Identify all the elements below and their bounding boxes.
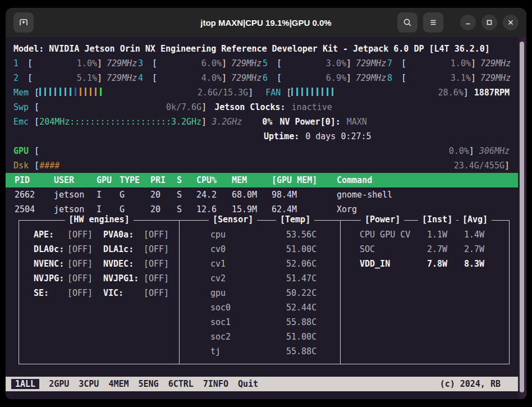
mem-bar [49,88,51,96]
menu-item-key: 3 [79,379,84,389]
titlebar[interactable]: jtop MAXN|CPU 19.1%|GPU 0.0% [6,8,526,37]
bracket: ] [469,146,474,156]
column-header: CPU% [196,175,232,185]
bracket: ] [346,73,351,83]
bracket: [ [401,73,406,83]
sensor-row: cv051.00C [180,242,340,257]
cpu-load: 6.0% [157,58,222,68]
menu-item-ctrl[interactable]: 6CTRL [168,379,194,389]
column-header: S [177,175,196,185]
fan-meter: 28.6% [291,88,463,98]
sensor-name: gpu [210,288,286,298]
engine-state: [OFF] [67,273,103,283]
mem-bar [80,88,81,96]
mem-bars [39,88,105,98]
new-tab-icon [19,17,29,28]
fan-bars [291,88,337,98]
power-rail-row: VDD_IN7.8W8.3W [341,257,509,271]
search-button[interactable] [397,12,418,33]
mem-bar [70,88,71,96]
sensor-name: soc2 [210,332,286,342]
scrollbar-track[interactable] [518,37,526,399]
close-icon [507,19,515,26]
engine-state: [OFF] [67,230,103,240]
engine-name: PVA0a: [103,230,144,240]
cpu-frequency: 729MHz [480,73,512,83]
new-tab-button[interactable] [13,12,34,33]
scrollbar-thumb[interactable] [520,42,524,392]
menu-item-quit[interactable]: Quit [238,379,258,389]
menu-button[interactable] [423,12,443,33]
hw-engine-row: NVENC:[OFF]NVDEC:[OFF] [19,257,179,271]
dsk-usage: 23.4G/455G [454,161,505,171]
fan-bar [332,88,333,96]
power-avg-value: 1.4W [464,230,509,240]
bracket: ] [222,73,227,83]
menu-item-key: 2 [49,379,54,389]
sensor-temp: 55.88C [286,346,340,356]
fan-bar [327,88,328,96]
menu-item-eng[interactable]: 5ENG [139,379,159,389]
table-cell: 15.9M [232,204,272,214]
menu-item-label: ENG [144,379,159,389]
cpu-load: 1.0% [33,58,97,68]
hw-engines-box: [HW engines] APE:[OFF]PVA0a:[OFF]DLA0c:[… [19,220,180,364]
cpu-frequency: 729MHz [231,58,263,68]
maximize-button[interactable] [481,15,497,30]
column-header: GPU [97,175,120,185]
bracket: ] [97,58,102,68]
status-boxes: [HW engines] APE:[OFF]PVA0a:[OFF]DLA0c:[… [19,220,510,364]
mem-bar [85,88,86,96]
bracket: [ [34,117,39,127]
table-cell: 2504 [15,204,54,214]
bracket: ] [222,58,227,68]
fan-bar [306,88,308,96]
menu-item-key: 7 [203,379,208,389]
fan-percent: 28.6% [438,88,464,98]
menu-item-label: INFO [208,379,228,389]
swp-label: Swp [13,102,29,112]
sensor-row: soc155.88C [180,315,340,330]
table-cell: gnome-shell [337,190,510,200]
bracket: [ [152,58,157,68]
gpu-label: GPU [13,146,29,156]
column-header: TYPE [120,175,150,185]
table-cell: Xorg [337,204,510,214]
sensor-row: cpu53.56C [180,227,340,242]
cpu-core-number: 3 [138,58,145,68]
engine-state: [OFF] [67,244,103,254]
cpu-frequency: 729MHz [231,73,263,83]
power-box: [Power] [Inst] [Avg] CPU GPU CV1.1W1.4WS… [341,220,510,364]
cpu-load: 4.0% [157,73,222,83]
menu-item-cpu[interactable]: 3CPU [79,379,99,389]
menu-item-mem[interactable]: 4MEM [108,379,129,389]
cpu-load: 3.1% [406,73,471,83]
dsk-label: Dsk [13,161,29,171]
cpu-frequency: 729MHz [107,73,138,83]
menu-item-all[interactable]: 1ALL [11,379,39,389]
close-button[interactable] [503,15,519,30]
sensor-name: soc1 [210,317,286,327]
cpu-core-meter: 1[1.0%]729MHz [13,58,138,68]
cpu-row: 1[1.0%]729MHz3[6.0%]729MHz5[3.0%]729MHz7… [6,56,526,71]
minimize-button[interactable] [460,15,476,30]
jetson-clocks-label: Jetson Clocks: [214,102,285,112]
cpu-frequency: 729MHz [107,58,138,68]
table-cell: 20 [150,204,177,214]
terminal-content: Model: NVIDIA Jetson Orin NX Engineering… [6,37,526,399]
column-header: USER [54,175,97,185]
cpu-row: 2[5.1%]729MHz4[4.0%]729MHz6[6.9%]729MHz8… [6,71,526,85]
table-cell: I [97,204,120,214]
menu-item-key: 4 [108,379,113,389]
menu-item-label: CTRL [173,379,194,389]
fan-bar [301,88,303,96]
temp-title: [Temp] [276,214,314,225]
sensor-row: soc251.00C [180,330,340,344]
sensor-name: cpu [210,230,286,240]
mem-meter: 2.6G/15.3G [39,88,248,98]
table-cell: 62.4M [272,204,337,214]
menu-item-gpu[interactable]: 2GPU [49,379,69,389]
gpu-load: 0.0% [449,146,469,156]
menu-item-info[interactable]: 7INFO [203,379,228,389]
power-inst-value: 2.7W [427,244,464,254]
